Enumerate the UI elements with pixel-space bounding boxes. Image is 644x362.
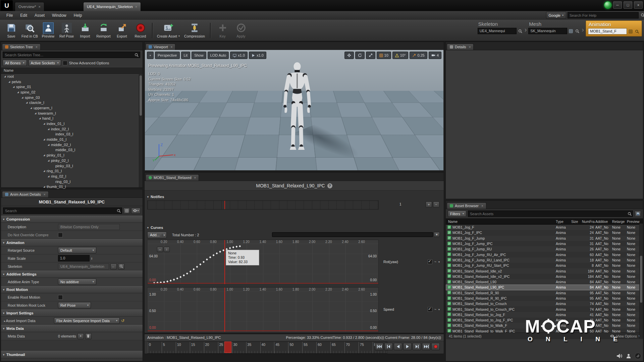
resize-grip-icon[interactable]	[635, 353, 641, 360]
curve-scrollbar[interactable]	[272, 232, 433, 237]
search-icon[interactable]	[518, 28, 523, 34]
bone-row[interactable]: ◢ ring_03_l	[1, 179, 143, 184]
expander-icon[interactable]: ◢	[43, 185, 47, 188]
menu-item[interactable]: Edit	[16, 12, 31, 19]
advanced-options-checkbox[interactable]	[63, 61, 67, 65]
bone-row[interactable]: ◢ middle_01_l	[1, 137, 143, 142]
bone-filter-dropdown[interactable]: All Bones▾	[3, 60, 27, 66]
expander-icon[interactable]: ◢	[48, 128, 51, 130]
bone-row[interactable]: ◢ root	[1, 74, 143, 79]
section-animation[interactable]: ▾Animation	[1, 239, 143, 246]
bone-row[interactable]: ◢ spine_03	[1, 95, 143, 100]
viewport-tab[interactable]: Viewport ×	[146, 44, 175, 50]
skeleton-tree-tab[interactable]: Skeleton Tree ×	[2, 44, 41, 50]
socket-filter-dropdown[interactable]: Active Sockets▾	[29, 60, 61, 66]
expander-icon[interactable]: ◢	[43, 122, 47, 125]
close-icon[interactable]: ×	[135, 5, 137, 9]
column-preview[interactable]: Preview	[627, 220, 643, 224]
menu-item[interactable]: Asset	[31, 12, 48, 19]
bone-row[interactable]: ◢ pinky_03_l	[1, 163, 143, 169]
search-engine-button[interactable]: Google ▾	[546, 12, 567, 19]
import-button[interactable]: Import	[76, 23, 94, 38]
menu-item[interactable]: Window	[48, 12, 70, 19]
anim-sequence-tab[interactable]: MOB1_Stand_Relaxed ×	[146, 174, 199, 181]
bone-row[interactable]: ◢ middle_02_l	[1, 142, 143, 147]
curve-edit-icon[interactable]: ~	[434, 260, 436, 264]
asset-row[interactable]: MOB1_Jog_F_Jump Anima 31 AAT_No None Non…	[446, 236, 643, 241]
add-element-icon[interactable]: +	[77, 333, 84, 339]
notifies-section-header[interactable]: ▾ Notifies	[147, 195, 164, 199]
asset-browser-tab[interactable]: Asset Browser ×	[447, 202, 486, 209]
rot-track-visibility-checkbox[interactable]	[428, 259, 432, 264]
playhead-line[interactable]	[224, 240, 225, 284]
section-thumbnail[interactable]: ▾Thumbnail	[1, 351, 143, 358]
asset-row[interactable]: MOB1_Stand_Relaxed_to_Crouch_IPC Anima 7…	[446, 306, 643, 312]
details-tab[interactable]: Details ×	[447, 44, 474, 50]
step-forward-button[interactable]	[413, 343, 421, 350]
to-front-button[interactable]	[375, 343, 383, 350]
do-not-override-checkbox[interactable]	[58, 233, 63, 237]
asset-search-input[interactable]	[468, 210, 633, 217]
timeline-ruler[interactable]: 05101520253035404550556065707580	[147, 342, 387, 354]
close-icon[interactable]: ×	[171, 45, 173, 49]
search-icon[interactable]	[634, 29, 640, 34]
expander-icon[interactable]: ◢	[26, 101, 29, 104]
asset-row[interactable]: MOB1_Jog_F_Jump_RU_Air_IPC Anima 60 AAT_…	[446, 252, 643, 257]
asset-scrollbar[interactable]	[639, 224, 643, 339]
column-size[interactable]: Size	[571, 220, 582, 224]
record-toggle-button[interactable]	[431, 343, 440, 350]
bone-row[interactable]: ◢ ring_02_l	[1, 174, 143, 179]
breadcrumb-animation-value[interactable]: MOB1_Stand_F	[588, 28, 627, 35]
viewport-options-button[interactable]: ▾	[147, 52, 154, 59]
expander-icon[interactable]: ◢	[43, 170, 47, 172]
save-search-icon[interactable]	[635, 211, 641, 217]
close-button[interactable]: ×	[634, 1, 643, 9]
asset-row[interactable]: MOB1_Jog_F_Jump_IPC Anima 31 AAT_No None…	[446, 241, 643, 246]
grid-view-icon[interactable]	[628, 29, 633, 34]
chevron-down-icon[interactable]: ▾	[438, 308, 440, 311]
search-icon[interactable]	[134, 52, 139, 58]
use-selected-icon[interactable]: ←	[110, 263, 117, 269]
tree-column-header[interactable]: Name	[1, 67, 143, 74]
mannequin-figure[interactable]	[275, 61, 320, 157]
show-button[interactable]: Show	[192, 52, 206, 59]
column-numframes[interactable]: NumFra	[582, 220, 595, 224]
curve-edit-icon[interactable]: ~	[434, 307, 436, 311]
bone-row[interactable]: ◢ upperarm_l	[1, 105, 143, 111]
volume-icon[interactable]	[616, 353, 623, 359]
menu-item[interactable]: Help	[70, 12, 86, 19]
lit-mode-button[interactable]: Lit	[181, 52, 191, 59]
tab-overview[interactable]: Overview* ×	[15, 2, 44, 11]
section-compression[interactable]: ▾Compression	[1, 216, 143, 223]
playhead-line[interactable]	[224, 288, 225, 332]
asset-row[interactable]: MOB1_Jog_F_IPC Anima 24 AAT_No None None	[446, 230, 643, 235]
chevron-down-icon[interactable]: ▾	[438, 260, 440, 263]
playhead-line[interactable]	[224, 201, 225, 209]
expander-icon[interactable]: ◢	[48, 175, 51, 178]
rotate-tool-icon[interactable]	[355, 52, 365, 59]
chevron-down-icon[interactable]: ▾	[162, 234, 166, 237]
reset-to-default-icon[interactable]: ↺	[121, 318, 124, 323]
expander-icon[interactable]: ◢	[35, 112, 38, 115]
column-retarget[interactable]: Retarge	[612, 220, 627, 224]
filters-dropdown[interactable]: Filters▾	[448, 210, 466, 217]
tree-scrollbar[interactable]	[139, 74, 143, 187]
bone-row[interactable]: ◢ index_02_l	[1, 126, 143, 132]
close-icon[interactable]: ×	[44, 193, 46, 196]
bone-row[interactable]: ◢ spine_02	[1, 89, 143, 95]
fit-horizontal-icon[interactable]: ↔	[157, 247, 163, 252]
expander-icon[interactable]: ◢	[4, 75, 7, 78]
bone-row[interactable]: ◢ ring_01_l	[1, 168, 143, 174]
expander-icon[interactable]: ▾	[3, 320, 6, 322]
bone-row[interactable]: ◢ pelvis	[1, 79, 143, 84]
expander-icon[interactable]: ◢	[48, 143, 51, 146]
additive-type-dropdown[interactable]: No additive▾	[58, 279, 96, 285]
expander-icon[interactable]: ◢	[13, 85, 16, 88]
fit-vertical-icon[interactable]: ↕	[164, 247, 170, 252]
search-icon[interactable]	[575, 28, 580, 34]
bone-row[interactable]: ◢ index_03_l	[1, 132, 143, 137]
bone-row[interactable]: ◢ pinky_01_l	[1, 153, 143, 158]
export-button[interactable]: Export	[113, 23, 131, 38]
details-search-input[interactable]	[3, 207, 122, 214]
lod-button[interactable]: LOD Auto	[208, 52, 229, 59]
